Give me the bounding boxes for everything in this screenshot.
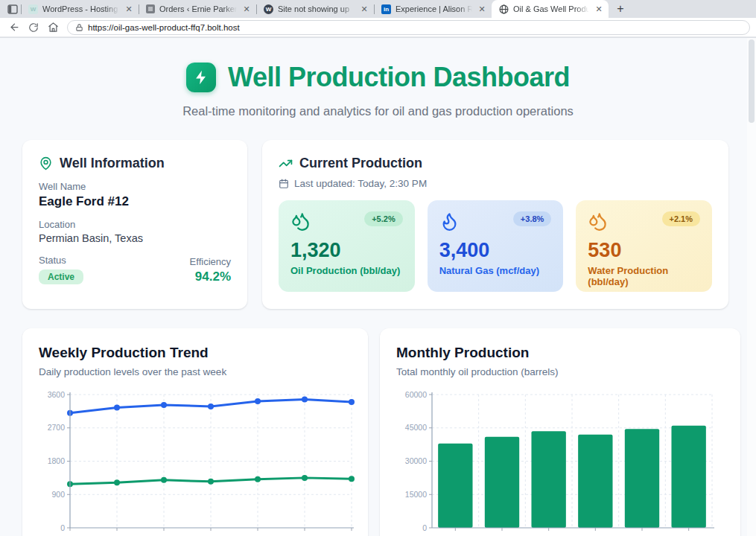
svg-text:1800: 1800 — [48, 456, 66, 465]
svg-text:60000: 60000 — [405, 390, 427, 399]
page-title: Well Production Dashboard — [228, 62, 570, 93]
tab-close-icon[interactable]: ✕ — [359, 4, 369, 14]
weekly-trend-chart: 0900180027003600 — [39, 389, 369, 536]
monthly-production-card: Monthly Production Total monthly oil pro… — [380, 328, 740, 536]
well-info-title: Well Information — [60, 156, 165, 171]
page-header: Well Production Dashboard Real-time moni… — [0, 38, 756, 118]
page-subtitle: Real-time monitoring and analytics for o… — [0, 104, 756, 118]
tab-title: Oil & Gas Well Production Dashboard — [513, 4, 589, 13]
flame-icon — [439, 211, 460, 232]
home-button[interactable] — [45, 19, 61, 36]
current-production-title: Current Production — [299, 156, 422, 171]
new-tab-button[interactable]: + — [612, 0, 629, 18]
droplets-icon — [588, 211, 608, 232]
back-button[interactable] — [6, 19, 22, 36]
svg-text:0: 0 — [422, 523, 427, 532]
tab-close-icon[interactable]: ✕ — [124, 4, 134, 14]
oil-production-stat: +5.2% 1,320 Oil Production (bbl/day) — [279, 200, 415, 292]
tab-close-icon[interactable]: ✕ — [241, 4, 252, 14]
zap-icon — [193, 69, 209, 86]
url-text: https://oil-gas-well-product-ffq7.bolt.h… — [88, 23, 240, 32]
weekly-trend-subtitle: Daily production levels over the past we… — [39, 366, 352, 377]
change-badge: +5.2% — [364, 211, 403, 226]
back-icon — [9, 22, 20, 33]
tab-actions-glyph — [7, 4, 18, 14]
natural-gas-stat: +3.8% 3,400 Natural Gas (mcf/day) — [428, 200, 564, 292]
wordpress-dark-icon: W — [264, 4, 273, 14]
weekly-trend-title: Weekly Production Trend — [39, 345, 352, 361]
refresh-button[interactable] — [25, 19, 42, 36]
last-updated-text: Last updated: Today, 2:30 PM — [294, 178, 427, 189]
svg-text:0: 0 — [60, 523, 65, 532]
linkedin-icon: in — [381, 4, 391, 14]
monthly-production-subtitle: Total monthly oil production (barrels) — [396, 366, 724, 377]
browser-tab-bar: W WordPress - Hosting ✕ Orders ‹ Ernie P… — [0, 0, 756, 18]
app-logo — [186, 63, 216, 92]
browser-tab-site-not-showing[interactable]: W Site not showing up ✕ — [257, 0, 374, 18]
efficiency-label: Efficiency — [190, 256, 231, 267]
page-scrollbar[interactable] — [747, 38, 756, 536]
tab-title: Orders ‹ Ernie Parker — WordPress — [159, 4, 237, 13]
browser-tab-linkedin[interactable]: in Experience | Alison Reed | LinkedIn ✕ — [375, 0, 492, 18]
status-badge: Active — [39, 269, 83, 284]
well-name-label: Well Name — [39, 181, 231, 192]
svg-text:2700: 2700 — [48, 423, 66, 432]
well-information-card: Well Information Well Name Eagle Ford #1… — [22, 140, 247, 309]
scrollbar-thumb[interactable] — [749, 39, 755, 123]
tab-title: WordPress - Hosting — [42, 4, 119, 13]
tab-close-icon[interactable]: ✕ — [594, 4, 604, 14]
tab-title: Site not showing up — [278, 4, 355, 13]
svg-text:30000: 30000 — [405, 456, 427, 465]
weekly-trend-card: Weekly Production Trend Daily production… — [22, 328, 368, 536]
refresh-icon — [28, 22, 39, 33]
browser-navbar: https://oil-gas-well-product-ffq7.bolt.h… — [0, 18, 756, 37]
water-value: 530 — [588, 239, 700, 262]
calendar-icon — [279, 179, 289, 189]
tab-title: Experience | Alison Reed | LinkedIn — [396, 4, 472, 13]
gas-label: Natural Gas (mcf/day) — [439, 265, 552, 276]
water-label: Water Production (bbl/day) — [588, 265, 700, 287]
svg-text:900: 900 — [51, 490, 65, 499]
monthly-production-title: Monthly Production — [396, 345, 724, 361]
droplets-icon — [290, 211, 311, 232]
lock-icon — [75, 23, 83, 32]
well-name-value: Eagle Ford #12 — [39, 194, 231, 209]
tab-actions-icon[interactable] — [4, 1, 21, 16]
browser-tab-wordpress-hosting[interactable]: W WordPress - Hosting ✕ — [22, 0, 139, 18]
svg-text:3600: 3600 — [48, 390, 66, 399]
monthly-production-chart: 015000300004500060000 — [396, 389, 724, 536]
map-pin-icon — [39, 156, 53, 170]
globe-icon — [498, 4, 509, 14]
browser-tab-orders[interactable]: Orders ‹ Ernie Parker — WordPress ✕ — [139, 0, 256, 18]
efficiency-value: 94.2% — [190, 269, 231, 284]
gas-value: 3,400 — [439, 239, 552, 262]
address-bar[interactable]: https://oil-gas-well-product-ffq7.bolt.h… — [67, 20, 750, 35]
svg-text:15000: 15000 — [405, 490, 427, 499]
oil-value: 1,320 — [290, 239, 403, 262]
change-badge: +2.1% — [662, 211, 701, 226]
svg-text:45000: 45000 — [405, 423, 427, 432]
wordpress-faded-icon: W — [28, 4, 38, 14]
change-badge: +3.8% — [513, 211, 552, 226]
wordpress-admin-icon — [146, 4, 155, 13]
location-value: Permian Basin, Texas — [39, 232, 231, 244]
home-icon — [48, 22, 59, 33]
water-production-stat: +2.1% 530 Water Production (bbl/day) — [576, 200, 712, 292]
location-label: Location — [39, 219, 231, 230]
current-production-card: Current Production Last updated: Today, … — [262, 140, 728, 309]
dashboard-page: Well Production Dashboard Real-time moni… — [0, 38, 756, 536]
browser-tab-dashboard-active[interactable]: Oil & Gas Well Production Dashboard ✕ — [492, 0, 609, 18]
status-label: Status — [39, 255, 83, 266]
oil-label: Oil Production (bbl/day) — [290, 265, 403, 276]
trending-up-icon — [279, 156, 293, 170]
tab-close-icon[interactable]: ✕ — [477, 4, 487, 14]
